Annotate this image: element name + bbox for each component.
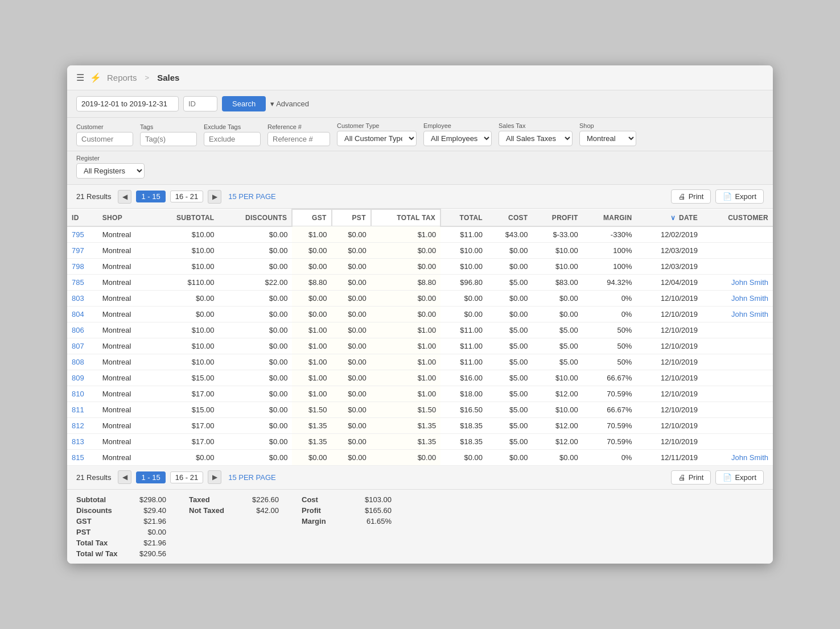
- reference-input[interactable]: [267, 132, 330, 146]
- cell-id[interactable]: 795: [67, 226, 98, 243]
- bottom-print-button[interactable]: 🖨 Print: [671, 470, 711, 485]
- col-header-subtotal[interactable]: SUBTOTAL: [152, 209, 219, 226]
- col-header-cost[interactable]: COST: [487, 209, 533, 226]
- cell-shop: Montreal: [98, 306, 152, 322]
- col-header-discounts[interactable]: DISCOUNTS: [219, 209, 293, 226]
- date-range-input[interactable]: [76, 96, 179, 111]
- cell-id[interactable]: 808: [67, 354, 98, 370]
- breadcrumb-parent[interactable]: Reports: [107, 73, 137, 82]
- advanced-button[interactable]: ▾ Advanced: [270, 100, 309, 108]
- cell-id[interactable]: 806: [67, 322, 98, 338]
- cell-customer: [702, 258, 773, 274]
- cell-customer[interactable]: John Smith: [702, 274, 773, 290]
- cell-pst: $0.00: [332, 306, 371, 322]
- cell-total_tax: $1.35: [371, 417, 440, 433]
- col-header-date[interactable]: ∨ DATE: [636, 209, 702, 226]
- cell-customer[interactable]: John Smith: [702, 306, 773, 322]
- cell-id[interactable]: 803: [67, 290, 98, 306]
- per-page-label[interactable]: 15 PER PAGE: [228, 192, 276, 201]
- cell-id[interactable]: 809: [67, 370, 98, 386]
- cell-id[interactable]: 812: [67, 417, 98, 433]
- cell-pst: $0.00: [332, 370, 371, 386]
- col-header-profit[interactable]: PROFIT: [533, 209, 583, 226]
- cell-id[interactable]: 810: [67, 386, 98, 402]
- prev-page-button[interactable]: ◀: [118, 190, 131, 204]
- cost-value: $103.00: [357, 495, 392, 504]
- cell-gst: $1.35: [292, 417, 331, 433]
- bottom-prev-page-button[interactable]: ◀: [118, 470, 131, 484]
- cell-total: $10.00: [440, 242, 487, 258]
- cell-id[interactable]: 804: [67, 306, 98, 322]
- cell-id[interactable]: 798: [67, 258, 98, 274]
- cell-total: $11.00: [440, 226, 487, 243]
- bottom-page-1-button[interactable]: 1 - 15: [136, 471, 165, 483]
- cell-gst: $1.00: [292, 386, 331, 402]
- summary-profit-row: Profit $165.60: [302, 506, 392, 515]
- tags-filter-group: Tags: [140, 123, 197, 146]
- bottom-per-page-label[interactable]: 15 PER PAGE: [228, 473, 276, 482]
- next-page-button[interactable]: ▶: [208, 190, 221, 204]
- search-button[interactable]: Search: [222, 96, 266, 111]
- page-1-button[interactable]: 1 - 15: [136, 191, 165, 202]
- cell-id[interactable]: 797: [67, 242, 98, 258]
- employee-label: Employee: [423, 122, 492, 129]
- cell-margin: 66.67%: [583, 402, 637, 417]
- cell-discounts: $0.00: [219, 322, 293, 338]
- cell-profit: $12.00: [533, 417, 583, 433]
- export-button[interactable]: 📄 Export: [715, 189, 764, 204]
- col-header-total[interactable]: TOTAL: [440, 209, 487, 226]
- cell-id[interactable]: 815: [67, 449, 98, 465]
- sales-tax-select[interactable]: All Sales Taxes: [499, 131, 573, 146]
- table-row: 807Montreal$10.00$0.00$1.00$0.00$1.00$11…: [67, 338, 773, 354]
- col-header-pst[interactable]: PST: [332, 209, 371, 226]
- cell-cost: $0.00: [487, 306, 533, 322]
- cell-id[interactable]: 785: [67, 274, 98, 290]
- cell-cost: $5.00: [487, 417, 533, 433]
- cell-customer: [702, 370, 773, 386]
- tags-input[interactable]: [140, 132, 197, 146]
- summary-gst-row: GST $21.96: [76, 517, 166, 525]
- cell-subtotal: $110.00: [152, 274, 219, 290]
- col-header-shop[interactable]: SHOP: [98, 209, 152, 226]
- page-2-button[interactable]: 16 - 21: [170, 191, 203, 202]
- col-header-customer[interactable]: CUSTOMER: [702, 209, 773, 226]
- cell-discounts: $0.00: [219, 226, 293, 243]
- cell-id[interactable]: 811: [67, 402, 98, 417]
- cell-id[interactable]: 813: [67, 433, 98, 449]
- employee-select[interactable]: All Employees: [423, 131, 492, 146]
- exclude-tags-input[interactable]: [204, 132, 261, 146]
- profit-label: Profit: [302, 506, 353, 515]
- cell-margin: 0%: [583, 290, 637, 306]
- cell-date: 12/10/2019: [636, 354, 702, 370]
- menu-icon[interactable]: ☰: [76, 72, 84, 83]
- cell-subtotal: $10.00: [152, 338, 219, 354]
- col-header-total-tax[interactable]: TOTAL TAX: [371, 209, 440, 226]
- summary-cost-row: Cost $103.00: [302, 495, 392, 504]
- cell-customer[interactable]: John Smith: [702, 449, 773, 465]
- cell-total_tax: $0.00: [371, 449, 440, 465]
- cell-pst: $0.00: [332, 433, 371, 449]
- col-header-id[interactable]: ID: [67, 209, 98, 226]
- cell-customer[interactable]: John Smith: [702, 290, 773, 306]
- shop-select[interactable]: Montreal: [579, 131, 636, 146]
- customer-type-select[interactable]: All Customer Types: [337, 131, 417, 146]
- bottom-next-page-button[interactable]: ▶: [208, 470, 221, 484]
- id-input[interactable]: [183, 96, 217, 111]
- print-button[interactable]: 🖨 Print: [671, 189, 711, 204]
- margin-value: 61.65%: [357, 517, 392, 525]
- col-header-gst[interactable]: GST: [292, 209, 331, 226]
- gst-value: $21.96: [132, 517, 166, 525]
- cell-id[interactable]: 807: [67, 338, 98, 354]
- register-select[interactable]: All Registers: [76, 163, 145, 179]
- bottom-page-2-button[interactable]: 16 - 21: [170, 471, 203, 483]
- taxed-label: Taxed: [189, 495, 240, 504]
- cell-discounts: $0.00: [219, 449, 293, 465]
- export-icon: 📄: [723, 192, 732, 201]
- summary-col-3: Cost $103.00 Profit $165.60 Margin 61.65…: [302, 495, 392, 558]
- bottom-export-button[interactable]: 📄 Export: [715, 470, 764, 485]
- col-header-margin[interactable]: MARGIN: [583, 209, 637, 226]
- cell-pst: $0.00: [332, 226, 371, 243]
- cell-cost: $5.00: [487, 386, 533, 402]
- cell-margin: 100%: [583, 242, 637, 258]
- customer-input[interactable]: [76, 132, 133, 146]
